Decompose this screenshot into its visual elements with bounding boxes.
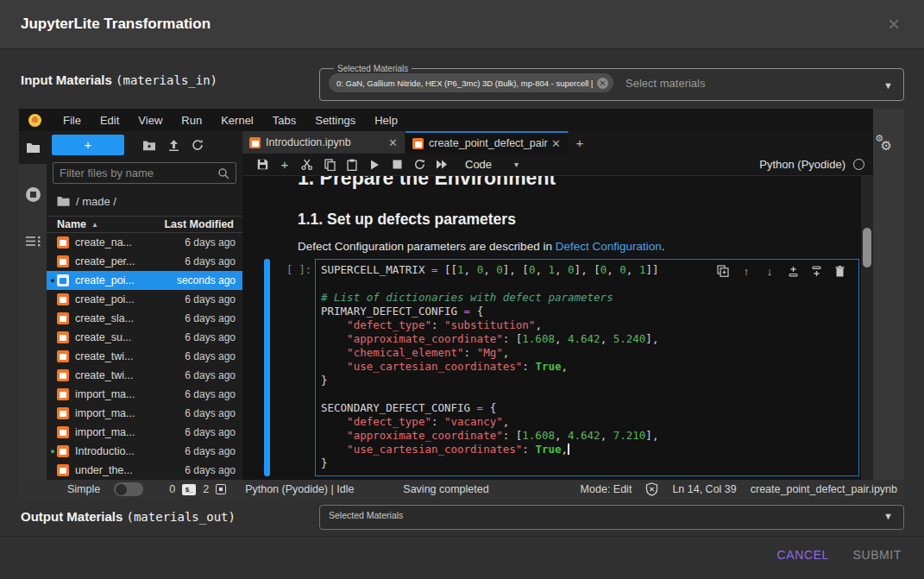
new-tab-icon[interactable]: + bbox=[569, 131, 591, 154]
duplicate-cell-icon[interactable] bbox=[715, 263, 731, 279]
code-line: "use_cartesian_coordinates": True, bbox=[321, 360, 853, 374]
file-row[interactable]: under_the...6 days ago bbox=[47, 461, 242, 480]
file-list-header[interactable]: Name▲ Last Modified bbox=[47, 216, 242, 233]
code-line: "approximate_coordinate": [1.608, 4.642,… bbox=[321, 332, 853, 346]
restart-run-all-icon[interactable] bbox=[431, 155, 453, 174]
upload-icon[interactable] bbox=[168, 136, 179, 154]
new-folder-icon[interactable] bbox=[142, 136, 156, 154]
file-name: create_twi... bbox=[75, 350, 185, 362]
input-materials-code: (materials_in) bbox=[116, 73, 217, 87]
cell-type-dropdown[interactable]: Code bbox=[465, 158, 492, 171]
defect-configuration-link[interactable]: Defect Configuration bbox=[556, 240, 662, 253]
output-materials-select[interactable]: Selected Materials ▼ bbox=[319, 505, 904, 530]
menu-tabs[interactable]: Tabs bbox=[263, 114, 305, 127]
menu-file[interactable]: File bbox=[53, 114, 91, 127]
file-row[interactable]: create_na...6 days ago bbox=[47, 233, 242, 252]
run-icon[interactable] bbox=[363, 155, 386, 174]
file-modified: 6 days ago bbox=[185, 445, 236, 457]
notebook-file-icon bbox=[57, 407, 69, 419]
input-materials-select[interactable]: Selected Materials 0: GaN, Gallium Nitri… bbox=[319, 64, 904, 101]
code-line: "defect_type": "substitution", bbox=[321, 318, 853, 332]
paste-icon[interactable] bbox=[341, 155, 363, 174]
notebook-file-icon bbox=[57, 236, 69, 249]
running-dot-icon: ● bbox=[48, 447, 57, 456]
code-cell: [ ]: SUPERCELL_MATRIX = [[1, 0, 0], [0, … bbox=[242, 259, 860, 476]
scrollbar-thumb[interactable] bbox=[863, 228, 871, 267]
filter-files-input[interactable] bbox=[60, 167, 217, 179]
file-row[interactable]: create_twi...6 days ago bbox=[47, 347, 242, 366]
cut-icon[interactable] bbox=[296, 155, 318, 174]
insert-cell-above-icon[interactable] bbox=[785, 263, 801, 279]
tab-close-icon[interactable]: ✕ bbox=[551, 137, 561, 150]
restart-kernel-icon[interactable] bbox=[408, 155, 431, 174]
menu-help[interactable]: Help bbox=[365, 114, 407, 127]
save-icon[interactable] bbox=[251, 155, 273, 174]
chip-remove-icon[interactable]: ✕ bbox=[597, 78, 608, 89]
status-bar: Simple 0 $_ 2 Python (Pyodide) | Idle Sa… bbox=[19, 480, 904, 499]
kernel-status-icon[interactable] bbox=[853, 159, 864, 170]
file-row[interactable]: create_poi...6 days ago bbox=[47, 290, 242, 309]
file-browser-toolbar: + bbox=[47, 131, 242, 159]
cell-type-chevron-icon[interactable]: ▾ bbox=[514, 160, 519, 169]
text-cursor bbox=[568, 444, 569, 455]
move-cell-up-icon[interactable]: ↑ bbox=[739, 263, 754, 279]
file-name: create_su... bbox=[75, 331, 185, 343]
file-modified: 6 days ago bbox=[185, 369, 236, 381]
cancel-button[interactable]: CANCEL bbox=[777, 548, 829, 562]
breadcrumb[interactable]: / made / bbox=[57, 193, 116, 209]
copy-icon[interactable] bbox=[318, 155, 341, 174]
notebook-file-icon bbox=[57, 331, 69, 343]
running-kernels-tab-icon[interactable] bbox=[19, 178, 47, 211]
move-cell-down-icon[interactable]: ↓ bbox=[762, 263, 777, 279]
file-row[interactable]: create_su...6 days ago bbox=[47, 328, 242, 347]
file-modified: 6 days ago bbox=[185, 331, 236, 343]
file-row[interactable]: create_twi...6 days ago bbox=[47, 366, 242, 385]
material-chip[interactable]: 0: GaN, Gallium Nitride, HEX (P6_3mc) 3D… bbox=[329, 73, 613, 92]
code-editor[interactable]: SUPERCELL_MATRIX = [[1, 0, 0], [0, 1, 0]… bbox=[315, 259, 859, 476]
file-row[interactable]: ●create_poi...seconds ago bbox=[47, 271, 242, 290]
stop-icon[interactable] bbox=[386, 155, 408, 174]
file-browser-tab-icon[interactable] bbox=[19, 131, 47, 164]
code-line: "chemical_element": "Mg", bbox=[321, 346, 853, 360]
insert-cell-below-icon[interactable] bbox=[808, 263, 824, 279]
file-row[interactable]: import_ma...6 days ago bbox=[47, 423, 242, 442]
file-name: create_na... bbox=[75, 236, 185, 249]
folder-icon bbox=[57, 196, 70, 206]
tab-introduction[interactable]: Introduction.ipynb ✕ bbox=[242, 131, 405, 154]
table-of-contents-tab-icon[interactable] bbox=[19, 224, 47, 257]
new-launcher-button[interactable]: + bbox=[52, 135, 124, 155]
code-line bbox=[321, 277, 853, 291]
file-row[interactable]: create_sla...6 days ago bbox=[47, 309, 242, 328]
column-last-modified[interactable]: Last Modified bbox=[164, 218, 234, 230]
tab-close-icon[interactable]: ✕ bbox=[388, 136, 398, 149]
column-name[interactable]: Name bbox=[57, 218, 86, 230]
chevron-down-icon[interactable]: ▼ bbox=[883, 511, 893, 521]
menu-run[interactable]: Run bbox=[172, 114, 211, 127]
menu-kernel[interactable]: Kernel bbox=[211, 114, 263, 127]
chevron-down-icon[interactable]: ▼ bbox=[883, 80, 893, 91]
insert-cell-icon[interactable]: + bbox=[273, 155, 296, 174]
tab-create-point-defect-pair[interactable]: create_point_defect_pair.ipynb ✕ bbox=[405, 131, 569, 154]
close-icon[interactable]: × bbox=[888, 14, 900, 35]
menu-settings[interactable]: Settings bbox=[305, 114, 365, 127]
tab-bar: Introduction.ipynb ✕ create_point_defect… bbox=[242, 131, 873, 154]
notebook-file-icon bbox=[57, 293, 69, 305]
menu-bar: FileEditViewRunKernelTabsSettingsHelp bbox=[19, 109, 873, 131]
menu-edit[interactable]: Edit bbox=[91, 114, 129, 127]
submit-button[interactable]: SUBMIT bbox=[853, 548, 902, 562]
file-modified: 6 days ago bbox=[185, 350, 236, 362]
file-modified: 6 days ago bbox=[185, 255, 236, 267]
notebook-scrollbar[interactable] bbox=[861, 176, 873, 480]
file-name: create_per... bbox=[75, 255, 185, 267]
refresh-icon[interactable] bbox=[192, 136, 204, 154]
file-row[interactable]: import_ma...6 days ago bbox=[47, 404, 242, 423]
file-row[interactable]: import_ma...6 days ago bbox=[47, 385, 242, 404]
kernel-name[interactable]: Python (Pyodide) bbox=[759, 158, 845, 171]
file-name: under_the... bbox=[75, 464, 185, 476]
file-row[interactable]: create_per...6 days ago bbox=[47, 252, 242, 271]
file-row[interactable]: ●Introductio...6 days ago bbox=[47, 442, 242, 461]
cell-collapser[interactable] bbox=[264, 259, 270, 476]
delete-cell-icon[interactable] bbox=[832, 263, 847, 279]
input-materials-label: Input Materials (materials_in) bbox=[21, 72, 217, 87]
menu-view[interactable]: View bbox=[129, 114, 172, 127]
